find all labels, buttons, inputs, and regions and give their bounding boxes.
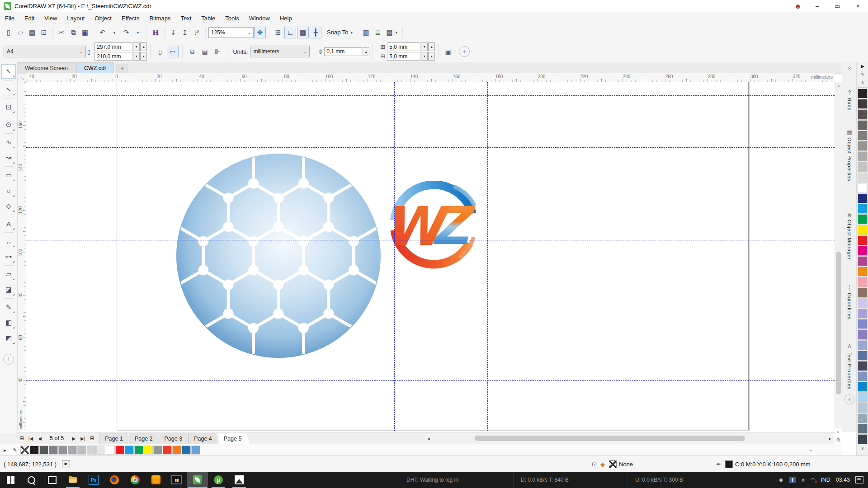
pan-zoom-icon[interactable]: ✥ bbox=[254, 27, 266, 38]
last-page-icon[interactable]: ▶| bbox=[78, 436, 87, 441]
tray-network-icon[interactable]: ◠× bbox=[811, 477, 815, 483]
pick-tool[interactable]: ↖ bbox=[1, 64, 16, 79]
interactive-fill-tool[interactable]: ◧ bbox=[2, 316, 15, 329]
nudge-distance-input[interactable]: 0,1 mm bbox=[324, 47, 362, 56]
all-pages-button[interactable]: ⧉ bbox=[186, 46, 198, 57]
color-swatch[interactable] bbox=[858, 392, 868, 402]
color-swatch[interactable] bbox=[858, 309, 868, 319]
palette-expand-icon[interactable]: » bbox=[809, 447, 812, 453]
units-select[interactable]: millimeters ⌄ bbox=[250, 46, 310, 57]
color-swatch[interactable] bbox=[58, 446, 67, 455]
outline-pen-icon[interactable]: ✒ bbox=[716, 461, 721, 468]
document-tab-welcome-screen[interactable]: Welcome Screen bbox=[17, 62, 75, 73]
color-swatch[interactable] bbox=[858, 319, 868, 329]
close-button[interactable]: × bbox=[848, 0, 868, 12]
color-swatch[interactable] bbox=[858, 434, 868, 444]
page-tab-page-4[interactable]: Page 4 bbox=[188, 433, 221, 444]
color-swatch[interactable] bbox=[858, 131, 868, 141]
duplicate-y-increment[interactable]: ▲ bbox=[428, 52, 435, 61]
chevron-down-icon[interactable]: ▾ bbox=[395, 30, 400, 35]
color-swatch[interactable] bbox=[163, 446, 172, 455]
color-swatch[interactable] bbox=[172, 446, 181, 455]
fullscreen-preview-icon[interactable]: ⊞ bbox=[273, 27, 283, 38]
color-swatch[interactable] bbox=[858, 288, 868, 298]
tray-arrow-icon[interactable]: ∧ bbox=[801, 477, 805, 483]
palette-flyout-icon[interactable]: ▶ bbox=[861, 62, 864, 70]
menu-view[interactable]: View bbox=[39, 13, 62, 23]
color-swatch[interactable] bbox=[858, 214, 868, 224]
color-swatch[interactable] bbox=[858, 109, 868, 119]
horizontal-scrollbar-thumb[interactable] bbox=[475, 436, 745, 441]
fill-none-swatch[interactable] bbox=[609, 460, 617, 468]
color-swatch[interactable] bbox=[858, 298, 868, 308]
color-swatch[interactable] bbox=[858, 277, 868, 287]
import-icon[interactable]: ↧ bbox=[168, 27, 179, 38]
options-image-icon[interactable]: ▥ bbox=[360, 27, 371, 38]
maximize-button[interactable]: ▭ bbox=[827, 0, 848, 12]
coordinates-flyout-icon[interactable]: ▶ bbox=[62, 460, 70, 468]
color-swatch[interactable] bbox=[858, 173, 868, 183]
export-icon[interactable]: ↥ bbox=[179, 27, 190, 38]
zoom-level-select[interactable]: 125% ⌄ bbox=[208, 27, 254, 38]
undo-dropdown-icon[interactable]: ▾ bbox=[109, 27, 120, 38]
nudge-increment[interactable]: ▲ bbox=[363, 47, 369, 56]
task-view-button[interactable] bbox=[42, 472, 62, 488]
ruler-origin-icon[interactable]: ⤡ bbox=[17, 73, 27, 83]
menu-tools[interactable]: Tools bbox=[220, 13, 244, 23]
menu-effects[interactable]: Effects bbox=[117, 13, 145, 23]
first-page-icon[interactable]: |◀ bbox=[26, 436, 35, 441]
color-swatch[interactable] bbox=[858, 382, 868, 392]
color-swatch[interactable] bbox=[858, 256, 868, 266]
docker-tab-object-manager[interactable]: ≣Object Manager bbox=[842, 211, 857, 260]
page-width-decrement[interactable]: ▼ bbox=[133, 42, 140, 51]
paste-icon[interactable]: ▣ bbox=[80, 27, 90, 38]
keyboard-language-indicator[interactable]: IND bbox=[821, 477, 830, 483]
color-swatch[interactable] bbox=[87, 446, 96, 455]
menu-window[interactable]: Window bbox=[244, 13, 275, 23]
add-tool-button[interactable]: + bbox=[3, 354, 14, 365]
wz-logo-artwork[interactable]: ZW bbox=[387, 181, 480, 275]
redo-dropdown-icon[interactable]: ▾ bbox=[132, 27, 143, 38]
text-tool[interactable]: A bbox=[2, 217, 15, 230]
media-player-icon[interactable]: ▮▮ bbox=[166, 472, 187, 488]
print-icon[interactable]: ⊡ bbox=[38, 27, 49, 38]
vertical-ruler[interactable]: 160140120100806040millimeters bbox=[17, 82, 27, 431]
color-swatch[interactable] bbox=[858, 329, 868, 339]
utorrent-icon[interactable]: µ bbox=[208, 472, 229, 488]
color-swatch[interactable] bbox=[858, 225, 868, 235]
color-swatch[interactable] bbox=[858, 120, 868, 130]
artistic-media-tool[interactable]: ↝ bbox=[2, 151, 15, 164]
guideline-horizontal[interactable] bbox=[26, 380, 835, 381]
color-swatch[interactable] bbox=[858, 183, 868, 193]
palette-flyout-icon[interactable]: ▸ bbox=[0, 447, 10, 453]
menu-edit[interactable]: Edit bbox=[19, 13, 39, 23]
duplicate-y-input[interactable]: 5,0 mm bbox=[387, 52, 420, 61]
zoom-tool[interactable]: ⊙ bbox=[2, 118, 15, 131]
outline-color-swatch[interactable] bbox=[725, 460, 733, 468]
minimize-button[interactable]: – bbox=[807, 0, 827, 12]
options-list-icon[interactable]: ≣ bbox=[372, 27, 383, 38]
drawing-canvas[interactable]: ZW bbox=[26, 82, 835, 431]
color-swatch[interactable] bbox=[77, 446, 86, 455]
search-content-icon[interactable]: H bbox=[150, 27, 161, 38]
color-swatch[interactable] bbox=[144, 446, 153, 455]
window-options-icon[interactable]: ▤ bbox=[384, 27, 395, 38]
copy-icon[interactable]: ⧉ bbox=[68, 27, 79, 38]
connector-tool[interactable]: ⊶ bbox=[2, 250, 15, 263]
undo-icon[interactable]: ↶ bbox=[97, 27, 108, 38]
color-eyedropper-tool[interactable]: ✎ bbox=[2, 300, 15, 314]
new-document-icon[interactable]: ▯ bbox=[3, 27, 14, 38]
color-proof-monitor-icon[interactable]: ⊡ bbox=[592, 461, 597, 468]
current-page-button[interactable]: ▤ bbox=[199, 46, 211, 57]
menu-layout[interactable]: Layout bbox=[62, 13, 90, 23]
chrome-icon[interactable] bbox=[125, 472, 146, 488]
snap-to-dropdown[interactable]: Snap To ▾ bbox=[325, 27, 357, 38]
color-swatch[interactable] bbox=[858, 424, 868, 434]
page-width-input[interactable]: 297,0 mm bbox=[94, 42, 132, 51]
action-center-icon[interactable] bbox=[855, 476, 863, 483]
menu-table[interactable]: Table bbox=[196, 13, 220, 23]
page-tab-page-1[interactable]: Page 1 bbox=[99, 433, 132, 444]
horizontal-ruler[interactable]: 4020020406080100120140160180200220240260… bbox=[26, 73, 835, 83]
page-height-decrement[interactable]: ▼ bbox=[133, 52, 140, 61]
menu-bitmaps[interactable]: Bitmaps bbox=[144, 13, 175, 23]
